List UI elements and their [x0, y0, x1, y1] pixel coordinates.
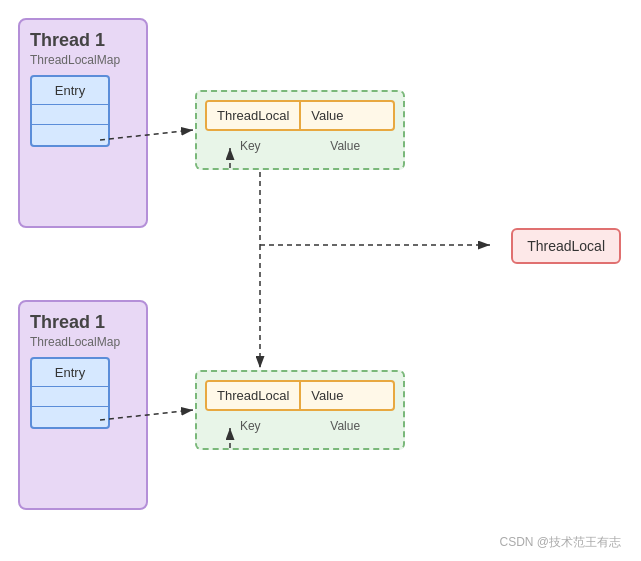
thread2-entry-label: Entry [32, 359, 108, 387]
map1-key-label: Key [232, 137, 269, 155]
diagram-container: Thread 1 ThreadLocalMap Entry Thread 1 T… [0, 0, 641, 561]
threadlocal-standalone: ThreadLocal [511, 228, 621, 264]
thread1-box: Thread 1 ThreadLocalMap Entry [18, 18, 148, 228]
map2-value-label: Value [301, 382, 353, 409]
map2-value2-label: Value [322, 417, 368, 435]
thread1-entry-box: Entry [30, 75, 110, 147]
thread2-entry-box: Entry [30, 357, 110, 429]
map-entry-2: ThreadLocal Value Key Value [195, 370, 405, 450]
thread1-title: Thread 1 [30, 30, 136, 51]
map1-kv-row: Key Value [205, 137, 395, 155]
threadlocal-standalone-label: ThreadLocal [527, 238, 605, 254]
watermark: CSDN @技术范王有志 [499, 534, 621, 551]
thread2-entry-row2 [32, 407, 108, 427]
map1-value2-label: Value [322, 137, 368, 155]
map-entry-1: ThreadLocal Value Key Value [195, 90, 405, 170]
thread1-entry-row2 [32, 125, 108, 145]
map1-value-label: Value [301, 102, 353, 129]
map2-kv-row: Key Value [205, 417, 395, 435]
thread2-entry-row1 [32, 387, 108, 407]
map1-inner-row: ThreadLocal Value [205, 100, 395, 131]
thread2-subtitle: ThreadLocalMap [30, 335, 136, 349]
map2-threadlocal-label: ThreadLocal [207, 382, 301, 409]
thread2-box: Thread 1 ThreadLocalMap Entry [18, 300, 148, 510]
thread1-entry-row1 [32, 105, 108, 125]
map1-threadlocal-label: ThreadLocal [207, 102, 301, 129]
thread1-subtitle: ThreadLocalMap [30, 53, 136, 67]
map2-key-label: Key [232, 417, 269, 435]
thread1-entry-label: Entry [32, 77, 108, 105]
thread2-title: Thread 1 [30, 312, 136, 333]
map2-inner-row: ThreadLocal Value [205, 380, 395, 411]
